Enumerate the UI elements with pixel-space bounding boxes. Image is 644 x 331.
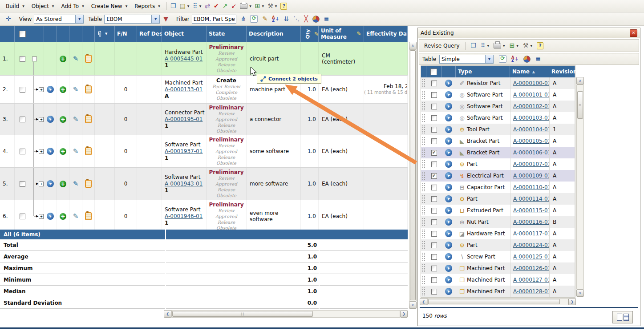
dropdown-arrow-icon[interactable]: ▼ — [199, 4, 202, 8]
menu-object[interactable]: Object▼ — [28, 2, 58, 10]
part-number-link[interactable]: A-0000104-01 — [513, 126, 549, 133]
revise-query-button[interactable]: Revise Query — [421, 42, 462, 50]
scroll-left-icon[interactable]: ❮ — [164, 310, 171, 318]
edit-table-icon[interactable]: ✎ — [260, 15, 269, 23]
expand-icon[interactable]: + — [39, 182, 44, 186]
dropdown-arrow-icon[interactable]: ▼ — [262, 4, 264, 8]
checkbox[interactable] — [20, 181, 25, 187]
results-vertical-scrollbar[interactable]: ∧ ≡ ∨ — [576, 77, 584, 297]
checkbox[interactable] — [431, 231, 437, 237]
checkbox[interactable] — [431, 138, 437, 144]
clipboard-icon[interactable] — [85, 147, 92, 155]
chevron-down-icon[interactable]: ▼ — [151, 15, 159, 23]
drag-handle[interactable] — [421, 77, 426, 89]
scrollbar-track[interactable] — [409, 49, 417, 301]
dropdown-arrow-icon[interactable]: ▼ — [516, 44, 518, 47]
checkbox[interactable] — [431, 161, 437, 167]
pie-chart-icon[interactable] — [311, 15, 321, 24]
clipboard-icon[interactable] — [85, 180, 92, 188]
part-number-link[interactable]: A-0000106-01 — [513, 149, 549, 156]
part-number-link[interactable]: A-0000114-01 — [513, 196, 549, 202]
drag-handle[interactable] — [421, 262, 426, 274]
scrollbar-track[interactable] — [427, 298, 568, 305]
checkbox[interactable] — [431, 185, 437, 190]
windows-icon[interactable]: ❐ — [169, 2, 178, 10]
navigate-icon[interactable]: ➤ — [47, 148, 54, 155]
navigate-icon[interactable]: ➤ — [445, 276, 452, 283]
navigate-icon[interactable]: ➤ — [47, 116, 54, 123]
drag-handle[interactable] — [421, 251, 426, 262]
tools-icon[interactable]: ⚒▼ — [521, 41, 534, 50]
chevron-down-icon[interactable]: ▼ — [105, 32, 107, 36]
navigate-icon[interactable]: ➤ — [445, 149, 452, 156]
part-number-link[interactable]: A-0000115-01 — [513, 207, 549, 214]
checkbox[interactable] — [431, 81, 437, 86]
scrollbar-thumb[interactable] — [428, 299, 560, 304]
help-icon[interactable]: ? — [279, 2, 289, 11]
checkbox[interactable] — [431, 196, 437, 202]
dropdown-arrow-icon[interactable]: ▼ — [187, 4, 190, 8]
navigate-icon[interactable]: ➤ — [445, 126, 452, 133]
part-number-link[interactable]: A-0000109-01 — [513, 173, 549, 179]
part-number-link[interactable]: A-0000124-01 — [513, 242, 549, 248]
clipboard-icon[interactable] — [85, 212, 92, 220]
part-number-link[interactable]: A-0000103-01 — [513, 115, 549, 121]
checkbox[interactable] — [431, 254, 437, 260]
structure-paste-icon[interactable]: ⠿▼ — [191, 2, 203, 10]
navigate-icon[interactable]: ➤ — [47, 86, 54, 93]
checkbox[interactable] — [20, 214, 25, 219]
scroll-right-icon[interactable]: ❯ — [400, 310, 408, 318]
chart-line-icon[interactable]: ╳ — [302, 15, 309, 23]
copy-icon[interactable]: ▤▼ — [178, 2, 191, 10]
edit-column-icon[interactable]: ✎ — [356, 31, 361, 37]
filter-input[interactable] — [192, 15, 236, 24]
clipboard-icon[interactable] — [85, 55, 92, 63]
dropdown-arrow-icon[interactable]: ▼ — [487, 44, 489, 47]
structure-paste-icon[interactable]: ⠿▼ — [479, 41, 491, 50]
navigate-icon[interactable]: ➤ — [445, 242, 452, 249]
navigate-icon[interactable]: ➤ — [445, 218, 452, 226]
navigate-icon[interactable]: ➤ — [445, 207, 452, 214]
part-number-link[interactable]: A-0000117-01 — [513, 230, 549, 237]
navigate-icon[interactable]: ➤ — [445, 91, 452, 98]
part-number-link[interactable]: A-0000195-01 — [165, 116, 203, 123]
navigate-icon[interactable]: ➤ — [47, 213, 54, 220]
edit-icon[interactable]: ✎ — [73, 180, 79, 188]
add-icon[interactable]: + — [60, 56, 66, 62]
drag-handle[interactable] — [421, 147, 426, 158]
sort-az-icon[interactable]: AZ↓ — [510, 55, 520, 63]
dropdown-arrow-icon[interactable]: ▼ — [503, 44, 505, 47]
main-horizontal-scrollbar[interactable]: ❮ ∥∥ ❯ — [164, 310, 408, 318]
drag-handle[interactable] — [421, 205, 426, 216]
drag-handle[interactable] — [421, 228, 426, 239]
add-icon[interactable]: + — [60, 213, 66, 220]
expand-icon[interactable]: + — [39, 149, 44, 154]
checkbox[interactable] — [431, 242, 437, 248]
part-number-link[interactable]: A-0000126-01 — [513, 265, 549, 271]
scrollbar-track[interactable]: ∥∥ — [171, 310, 400, 318]
add-icon[interactable]: + — [60, 181, 66, 187]
navigate-icon[interactable]: ➤ — [47, 180, 54, 187]
navigate-icon[interactable]: ➤ — [445, 195, 452, 202]
pie-chart-icon[interactable] — [522, 55, 532, 64]
part-number-link[interactable]: A-0000127-01 — [513, 277, 549, 283]
scroll-up-icon[interactable]: ∧ — [576, 77, 584, 85]
checkbox[interactable] — [431, 289, 437, 295]
checkbox[interactable] — [430, 69, 437, 75]
apply-check-icon[interactable]: ✔ — [212, 2, 221, 10]
scroll-right-icon[interactable]: ❯ — [568, 298, 576, 305]
collapse-icon[interactable]: − — [32, 57, 37, 61]
view-select[interactable]: As Stored ▼ — [34, 15, 84, 24]
navigate-icon[interactable]: ➤ — [445, 253, 452, 260]
checkbox[interactable] — [431, 277, 437, 283]
navigate-icon[interactable]: ➤ — [445, 265, 452, 272]
print-icon[interactable]: ▼ — [238, 2, 253, 10]
expand-table-icon[interactable]: ✛ — [2, 14, 15, 24]
expand-icon[interactable]: + — [39, 214, 44, 219]
chevron-down-icon[interactable]: ▼ — [485, 55, 493, 63]
part-number-link[interactable]: A-0000105-01 — [513, 138, 549, 144]
expand-icon[interactable]: + — [39, 117, 44, 122]
chevron-down-icon[interactable]: ▼ — [75, 15, 83, 23]
scroll-down-icon[interactable]: ∨ — [409, 301, 417, 309]
close-icon[interactable]: ✕ — [630, 29, 637, 37]
